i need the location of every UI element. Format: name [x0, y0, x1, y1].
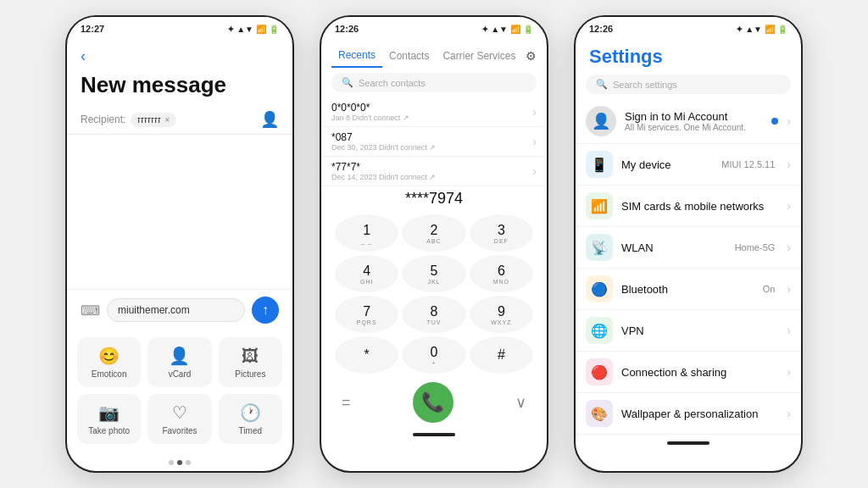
status-icons-2: ✦ ▲▼ 📶 🔋 [481, 25, 533, 34]
settings-search-bar[interactable]: 🔍 Search settings [586, 75, 791, 94]
settings-item-name-2: WLAN [621, 241, 726, 254]
contacts-icon[interactable]: 👤 [260, 110, 279, 129]
tab-carrier[interactable]: Carrier Services [436, 45, 522, 67]
settings-item-info-1: SIM cards & mobile networks [621, 200, 778, 213]
call-button[interactable]: 📞 [413, 382, 453, 423]
settings-list: 📱 My device MIUI 12.5.11 › 📶 SIM cards &… [576, 144, 801, 435]
dial-sub-0: _ _ [361, 238, 372, 244]
account-avatar: 👤 [586, 106, 616, 136]
phone1-content: ‹ New message Recipient: זזזזזזז × 👤 ⌨ m… [67, 41, 292, 471]
settings-item-bluetooth[interactable]: 🔵 Bluetooth On › [576, 269, 801, 310]
dot-1 [169, 460, 174, 465]
tab-recents[interactable]: Recents [331, 44, 382, 68]
wifi-icon-2: 📶 [510, 25, 520, 34]
status-icons-3: ✦ ▲▼ 📶 🔋 [736, 25, 787, 34]
dial-sub-10: + [431, 360, 436, 366]
dialer-settings-icon[interactable]: ⚙ [526, 49, 537, 63]
dial-sub-4: JKL [427, 279, 440, 285]
dial-key-9[interactable]: 9WXYZ [470, 296, 533, 333]
phone-settings: 12:26 ✦ ▲▼ 📶 🔋 Settings 🔍 Search setting… [574, 15, 803, 473]
settings-item-arrow-3: › [787, 282, 791, 296]
dial-key-1[interactable]: 1_ _ [335, 214, 398, 252]
search-icon-3: 🔍 [596, 79, 608, 90]
keyboard-icon[interactable]: ⌨ [81, 302, 100, 319]
dial-key-*[interactable]: * [335, 336, 398, 374]
battery-icon-1: 🔋 [269, 25, 279, 34]
settings-item-wlan[interactable]: 📡 WLAN Home-5G › [576, 227, 801, 269]
action-btn-vcard[interactable]: 👤vCard [147, 337, 211, 387]
action-btn-take-photo[interactable]: 📷Take photo [77, 394, 141, 444]
contacts-search-bar[interactable]: 🔍 Search contacts [331, 73, 537, 92]
recent-item-0[interactable]: 0*0*0*0* Jan 8 Didn't connect ↗ › [321, 97, 547, 127]
dialer-tabs: Recents Contacts Carrier Services ⚙ [321, 41, 547, 68]
phone-new-message: 12:27 ✦ ▲▼ 📶 🔋 ‹ New message Recipient: … [65, 15, 294, 473]
dial-key-0[interactable]: 0+ [402, 336, 465, 374]
dial-key-7[interactable]: 7PQRS [335, 296, 398, 333]
time-1: 12:27 [81, 24, 104, 34]
dial-sub-8: WXYZ [491, 319, 511, 325]
dial-main-10: 0 [431, 345, 438, 360]
dial-main-6: 7 [363, 304, 370, 319]
dial-key-#[interactable]: # [470, 336, 533, 374]
battery-icon-3: 🔋 [777, 25, 787, 34]
settings-item-name-6: Wallpaper & personalization [621, 408, 778, 420]
settings-item-value-2: Home-5G [735, 242, 776, 252]
settings-item-my-device[interactable]: 📱 My device MIUI 12.5.11 › [576, 144, 801, 186]
action-btn-favorites[interactable]: ♡Favorites [147, 394, 211, 444]
page-title: New message [67, 69, 292, 105]
action-btn-pictures[interactable]: 🖼Pictures [219, 337, 282, 387]
dial-key-6[interactable]: 6MNO [470, 255, 533, 292]
home-indicator-3 [576, 435, 801, 452]
remove-recipient-button[interactable]: × [164, 115, 170, 125]
action-btn-timed[interactable]: 🕐Timed [219, 394, 282, 444]
search-placeholder: Search contacts [359, 78, 426, 88]
settings-item-connection-&-sharing[interactable]: 🔴 Connection & sharing › [576, 352, 801, 393]
dial-key-8[interactable]: 8TUV [402, 296, 465, 333]
recent-name-1: *087 [331, 131, 532, 143]
settings-item-wallpaper-&-personalization[interactable]: 🎨 Wallpaper & personalization › [576, 393, 801, 435]
recent-arrow-0: › [532, 105, 537, 119]
settings-item-info-4: VPN [621, 324, 778, 337]
action-btn-emoticon[interactable]: 😊Emoticon [77, 337, 141, 387]
send-button[interactable]: ↑ [252, 297, 279, 324]
dial-main-2: 3 [498, 223, 505, 238]
recent-meta-0: Jan 8 Didn't connect ↗ [331, 114, 532, 122]
action-icon-5: 🕐 [240, 402, 261, 423]
settings-item-vpn[interactable]: 🌐 VPN › [576, 310, 801, 352]
action-label-0: Emoticon [92, 369, 127, 379]
recipient-label: Recipient: [81, 114, 125, 125]
dial-main-7: 8 [431, 304, 438, 319]
bottom-bar: ⌨ miuithemer.com ↑ [67, 289, 292, 330]
recent-arrow-2: › [532, 164, 537, 178]
home-dots [169, 460, 191, 465]
recent-item-1[interactable]: *087 Dec 30, 2023 Didn't connect ↗ › [321, 127, 547, 157]
settings-item-name-1: SIM cards & mobile networks [621, 200, 778, 213]
status-bar-3: 12:26 ✦ ▲▼ 📶 🔋 [576, 17, 801, 41]
p1-header: ‹ [67, 41, 292, 69]
status-bar-2: 12:26 ✦ ▲▼ 📶 🔋 [321, 17, 547, 41]
settings-title: Settings [576, 41, 801, 71]
dial-extra-right[interactable]: ∨ [515, 393, 526, 412]
settings-item-icon-5: 🔴 [586, 358, 613, 385]
settings-item-arrow-6: › [787, 407, 791, 420]
dial-key-2[interactable]: 2ABC [402, 214, 465, 252]
dial-extra-left[interactable]: = [342, 394, 351, 412]
settings-item-info-6: Wallpaper & personalization [621, 408, 778, 420]
recent-item-2[interactable]: *77*7* Dec 14, 2023 Didn't connect ↗ › [321, 157, 547, 186]
dial-key-3[interactable]: 3DEF [470, 214, 533, 252]
time-3: 12:26 [589, 24, 613, 34]
mi-account-item[interactable]: 👤 Sign in to Mi Account All Mi services.… [576, 99, 801, 144]
settings-item-sim-cards-&-mobile-networks[interactable]: 📶 SIM cards & mobile networks › [576, 186, 801, 227]
dial-key-5[interactable]: 5JKL [402, 255, 465, 292]
phone2-content: Recents Contacts Carrier Services ⚙ 🔍 Se… [321, 41, 547, 471]
search-icon-2: 🔍 [342, 77, 353, 88]
dial-sub-5: MNO [493, 279, 509, 285]
dial-main-0: 1 [363, 223, 370, 238]
dial-key-4[interactable]: 4GHI [335, 255, 398, 292]
tab-contacts[interactable]: Contacts [382, 45, 436, 67]
back-button[interactable]: ‹ [81, 47, 86, 65]
recipient-chip[interactable]: זזזזזזז × [131, 113, 176, 127]
message-text-input[interactable]: miuithemer.com [107, 298, 245, 322]
settings-item-name-0: My device [621, 158, 713, 171]
settings-item-arrow-4: › [787, 324, 791, 337]
